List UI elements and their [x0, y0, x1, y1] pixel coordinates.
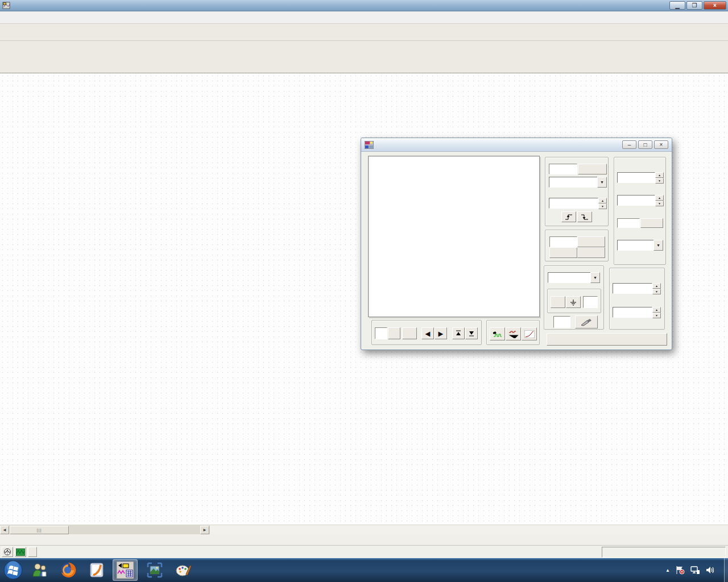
taskbar-viewer-icon[interactable] — [84, 559, 109, 581]
photo-viewer-icon — [146, 562, 163, 579]
taskbar-firefox-icon[interactable] — [56, 559, 81, 581]
waveform-button[interactable] — [15, 547, 26, 557]
h-position-spinner[interactable]: ▲▼ — [655, 195, 664, 206]
component-tabs — [0, 60, 728, 73]
vertical-group: ▲▼ ▲▼ — [609, 268, 665, 330]
firefox-icon — [59, 561, 77, 579]
taskbar-paint-icon[interactable] — [171, 559, 196, 581]
tray-expand-icon[interactable]: ▲ — [665, 568, 670, 573]
cursor-up-icon — [456, 330, 461, 336]
oscilloscope-window-icon — [365, 141, 374, 149]
minimize-button[interactable]: ▁ — [669, 1, 685, 10]
ground-coupling-icon — [570, 299, 577, 306]
storage-erase-button[interactable] — [577, 247, 605, 258]
windows-start-icon — [3, 560, 23, 580]
coupling-dc-button[interactable] — [551, 296, 565, 308]
taskbar-photoviewer-icon[interactable] — [142, 559, 167, 581]
window-titlebar: ▁ ❐ × — [0, 0, 728, 11]
trigger-falling-edge-button[interactable] — [577, 211, 592, 222]
v-position-input[interactable] — [613, 307, 652, 318]
data-import-button[interactable] — [490, 327, 505, 340]
oscilloscope-icon — [3, 548, 11, 556]
cursor-a-button[interactable] — [375, 327, 387, 339]
storage-group — [545, 230, 609, 261]
storage-run-button[interactable] — [549, 236, 577, 247]
rising-edge-icon — [565, 214, 573, 221]
cursor-right-button[interactable]: ▶ — [435, 327, 447, 339]
data-export-icon — [508, 330, 519, 338]
instrument-button[interactable] — [2, 547, 13, 557]
scope-display-panel — [368, 156, 540, 317]
coupling-group — [547, 289, 601, 313]
exit-button[interactable] — [28, 547, 37, 557]
storage-store-button[interactable] — [549, 247, 577, 258]
scope-maximize-button[interactable]: □ — [638, 140, 652, 149]
volts-div-spinner[interactable]: ▲▼ — [652, 283, 661, 294]
trigger-mode-button[interactable] — [549, 164, 577, 174]
trigger-level-spinner[interactable]: ▲▼ — [598, 198, 607, 209]
v-position-spinner[interactable]: ▲▼ — [652, 307, 661, 318]
trigger-group: ▼ ▲▼ — [545, 157, 609, 226]
data-curve-icon — [524, 330, 535, 338]
network-icon[interactable] — [690, 566, 700, 575]
taskbar: ▲ — [0, 558, 728, 582]
data-export-button[interactable] — [506, 327, 521, 340]
falling-edge-icon — [581, 214, 589, 221]
data-curve-button[interactable] — [522, 327, 537, 340]
scope-minimize-button[interactable]: – — [622, 140, 636, 149]
trigger-rising-edge-button[interactable] — [561, 211, 576, 222]
x-source-dropdown-arrow[interactable]: ▼ — [653, 240, 663, 251]
cursor-b-button[interactable] — [388, 327, 400, 339]
document-viewer-icon — [88, 562, 105, 579]
probe-icon — [580, 318, 593, 326]
component-toolbar — [0, 41, 728, 60]
mode-yt-button[interactable] — [617, 218, 640, 228]
volts-div-input[interactable] — [613, 283, 652, 294]
channel-group: ▼ — [544, 265, 604, 330]
cursor-down-icon — [469, 330, 474, 336]
tina-icon — [116, 561, 134, 579]
messenger-icon — [31, 562, 48, 579]
show-desktop-button[interactable] — [724, 558, 728, 582]
cursor-left-button[interactable]: ◀ — [421, 327, 434, 339]
scrollbar-thumb[interactable]: ||| — [10, 526, 69, 534]
scope-close-button[interactable]: × — [654, 140, 668, 149]
start-button[interactable] — [1, 559, 26, 581]
horizontal-group: ▲▼ ▲▼ ▼ — [614, 157, 666, 265]
close-button[interactable]: × — [704, 1, 726, 10]
auto-button[interactable] — [547, 333, 667, 346]
trigger-source-button[interactable] — [578, 164, 607, 174]
h-position-input[interactable] — [617, 195, 655, 206]
mode-yx-button[interactable] — [640, 218, 663, 228]
oscilloscope-window[interactable]: – □ × ▼ ▲▼ ▼ — [361, 138, 672, 350]
volume-icon[interactable] — [705, 566, 715, 575]
cursor-group: ◀ ▶ — [371, 320, 482, 345]
cursor-down-button[interactable] — [465, 327, 478, 339]
scroll-right-button[interactable]: ► — [200, 526, 209, 534]
channel-on-button[interactable] — [553, 316, 570, 328]
channel-probe-button[interactable] — [575, 315, 598, 329]
maximize-button[interactable]: ❐ — [686, 1, 702, 10]
cursor-up-button[interactable] — [452, 327, 465, 339]
action-center-icon[interactable] — [675, 566, 685, 575]
storage-stop-button[interactable] — [577, 236, 605, 247]
taskbar-tina-icon[interactable] — [113, 559, 138, 581]
oscilloscope-titlebar[interactable]: – □ × — [361, 138, 672, 152]
cursor-on-button[interactable] — [402, 327, 417, 339]
horizontal-scrollbar[interactable]: ◄ ||| ► — [0, 525, 728, 534]
scroll-left-button[interactable]: ◄ — [0, 526, 9, 534]
coupling-ac-button[interactable] — [583, 296, 598, 308]
trigger-level-input[interactable] — [549, 198, 598, 209]
menu-bar — [0, 11, 728, 24]
status-bar — [0, 545, 728, 558]
time-div-input[interactable] — [617, 172, 655, 183]
trigger-mode-dropdown-arrow[interactable]: ▼ — [597, 177, 607, 188]
channel-dropdown-arrow[interactable]: ▼ — [590, 272, 600, 283]
taskbar-messenger-icon[interactable] — [27, 559, 52, 581]
time-div-spinner[interactable]: ▲▼ — [655, 172, 664, 183]
scope-screen — [369, 156, 539, 317]
main-toolbar — [0, 24, 728, 41]
paint-icon — [175, 562, 192, 579]
system-tray: ▲ — [660, 558, 723, 582]
coupling-ground-button[interactable] — [566, 296, 581, 308]
